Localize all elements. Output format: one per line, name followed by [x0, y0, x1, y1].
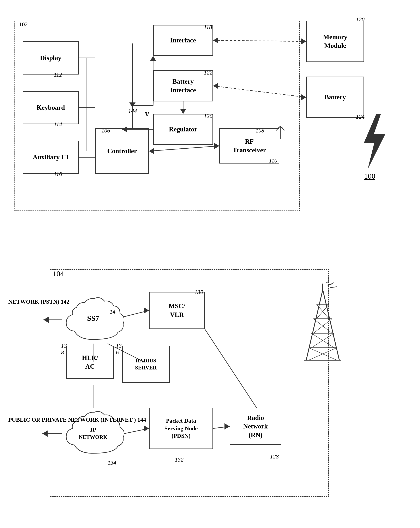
- svg-marker-5: [364, 114, 385, 168]
- num-144: 144: [128, 108, 137, 114]
- num-114: 114: [54, 121, 62, 128]
- box-display: Display: [23, 41, 79, 74]
- svg-text:NETWORK: NETWORK: [79, 434, 108, 440]
- num-128: 128: [270, 453, 279, 460]
- num-122: 122: [204, 69, 212, 76]
- svg-marker-56: [44, 317, 49, 323]
- svg-marker-29: [301, 94, 306, 100]
- box-hlr-ac: HLR/ AC: [66, 346, 114, 379]
- battery-interface-label: Battery Interface: [170, 77, 196, 94]
- num-134: 134: [108, 459, 116, 466]
- num-120: 120: [356, 16, 364, 23]
- label-104: 104: [53, 269, 64, 278]
- label-100: 100: [364, 172, 375, 180]
- cloud-ss7: SS7: [62, 294, 124, 346]
- radius-label: RADIUS SERVER: [135, 357, 157, 371]
- display-label: Display: [40, 54, 61, 62]
- box-msc-vlr: MSC/ VLR: [149, 292, 205, 329]
- keyboard-label: Keyboard: [37, 103, 65, 112]
- svg-line-40: [323, 290, 339, 360]
- num-132: 132: [175, 456, 184, 463]
- pdsn-label: Packet Data Serving Node (PDSN): [164, 417, 198, 440]
- num-112: 112: [54, 72, 62, 78]
- regulator-label: Regulator: [169, 125, 197, 134]
- svg-line-4: [280, 126, 283, 128]
- top-diagram: 102 Display 112 Keyboard 114 Auxiliary U…: [8, 8, 412, 236]
- box-radio-network: Radio Network (RN): [230, 408, 281, 445]
- label-102: 102: [19, 21, 28, 28]
- num-106: 106: [101, 127, 110, 134]
- box-pdsn: Packet Data Serving Node (PDSN): [149, 408, 213, 449]
- label-v: V: [145, 111, 149, 118]
- box-aux-ui: Auxiliary UI: [23, 141, 79, 174]
- svg-line-37: [330, 287, 337, 288]
- svg-text:IP: IP: [90, 426, 96, 433]
- antenna-icon: [274, 124, 287, 142]
- rn-label: Radio Network (RN): [243, 414, 268, 439]
- svg-text:SS7: SS7: [87, 314, 99, 323]
- hlr-label: HLR/ AC: [82, 354, 98, 371]
- svg-line-39: [306, 290, 323, 360]
- label-internet: PUBLIC OR PRIVATE NETWORK (INTERNET ) 14…: [8, 416, 146, 423]
- bottom-diagram: 104 SS7 IP NETWORK 134 MSC/ VLR 130 HLR/…: [8, 252, 412, 517]
- battery-label: Battery: [324, 93, 346, 102]
- aux-ui-label: Auxiliary UI: [33, 153, 69, 162]
- interface-label: Interface: [170, 36, 196, 45]
- svg-marker-26: [301, 38, 306, 45]
- box-controller: Controller: [95, 128, 149, 174]
- box-keyboard: Keyboard: [23, 91, 79, 124]
- num-116: 116: [54, 171, 62, 177]
- memory-label: Memory Module: [323, 33, 347, 50]
- lightning-icon: [352, 112, 393, 170]
- num-138: 13 8: [61, 343, 67, 356]
- tower-icon: [296, 281, 350, 368]
- svg-line-3: [278, 126, 280, 128]
- rf-label: RF Transceiver: [233, 137, 266, 154]
- num-108: 108: [256, 127, 264, 134]
- controller-label: Controller: [107, 147, 137, 156]
- main-diagram: 102 Display 112 Keyboard 114 Auxiliary U…: [0, 0, 420, 528]
- label-pstn: NETWORK (PSTN) 142: [8, 298, 70, 305]
- msc-label: MSC/ VLR: [169, 302, 185, 319]
- num-110: 110: [269, 157, 277, 164]
- cloud-ip-network: IP NETWORK: [62, 408, 124, 459]
- box-radius-server: RADIUS SERVER: [122, 346, 170, 383]
- box-memory-module: Memory Module: [306, 21, 364, 62]
- num-118: 118: [204, 24, 212, 30]
- num-126: 126: [204, 113, 212, 120]
- num-136: 13 6: [116, 343, 122, 356]
- svg-marker-62: [42, 431, 47, 437]
- num-130: 130: [195, 289, 203, 295]
